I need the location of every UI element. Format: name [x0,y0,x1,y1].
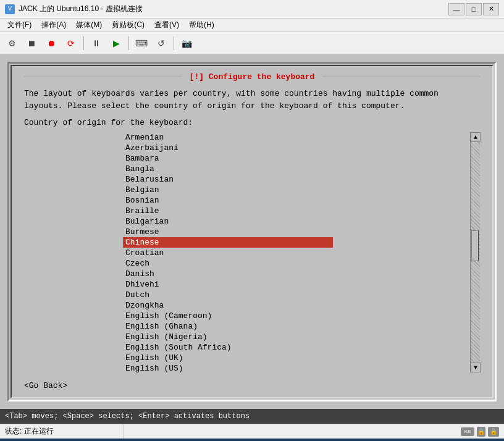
status-left: 状态: 正在运行 [0,424,124,439]
list-item[interactable]: English (UK) [123,353,470,363]
menu-media[interactable]: 媒体(M) [71,19,107,32]
go-back-button[interactable]: <Go Back> [24,381,67,390]
language-list-area: ArmenianAzerbaijaniBambaraBanglaBelarusi… [123,132,480,372]
list-item[interactable]: English (US) [123,363,470,372]
toolbar-separator-1 [83,36,84,50]
list-item[interactable]: Dutch [123,290,470,300]
list-item[interactable]: Dhivehi [123,279,470,290]
app-status-bar: 状态: 正在运行 KB 🔒 🔒 [0,424,504,439]
list-item[interactable]: Dzongkha [123,300,470,311]
scroll-thumb[interactable] [471,230,479,261]
list-item[interactable]: Croatian [123,248,470,258]
list-item[interactable]: Belarusian [123,174,470,185]
toolbar-btn-power[interactable]: ⏺ [42,35,61,52]
list-item[interactable]: Czech [123,258,470,269]
vm-status-bar: <Tab> moves; <Space> selects; <Enter> ac… [0,409,504,424]
toolbar-btn-send-ctrl[interactable]: ⌨ [132,35,151,52]
network-icon: 🔒 [488,427,499,437]
menu-action[interactable]: 操作(A) [36,19,71,32]
list-item[interactable]: Bambara [123,153,470,164]
list-item[interactable]: Danish [123,269,470,279]
menu-help[interactable]: 帮助(H) [184,19,219,32]
status-right: KB 🔒 🔒 [456,427,504,437]
title-bar: V JACK 上的 Ubuntu16.10 - 虚拟机连接 — □ ✕ [0,0,504,19]
list-item[interactable]: English (Nigeria) [123,332,470,342]
toolbar-btn-play[interactable]: ▶ [107,35,125,52]
list-item[interactable]: Bulgarian [123,216,470,227]
menu-bar: 文件(F) 操作(A) 媒体(M) 剪贴板(C) 查看(V) 帮助(H) [0,19,504,32]
toolbar-btn-1[interactable]: ⚙ [2,35,21,52]
vm-display-area: [!] Configure the keyboard The layout of… [0,54,504,409]
toolbar-separator-3 [174,36,174,50]
scroll-track [471,142,480,363]
list-item[interactable]: Azerbaijani [123,143,470,153]
scrollbar[interactable]: ▲ ▼ [470,132,480,372]
lock-icon: 🔒 [477,427,485,437]
list-item[interactable]: English (Ghana) [123,321,470,332]
menu-view[interactable]: 查看(V) [149,19,184,32]
minimize-button[interactable]: — [448,3,464,15]
list-item[interactable]: Braille [123,206,470,216]
close-button[interactable]: ✕ [483,3,499,15]
list-item[interactable]: English (Cameroon) [123,311,470,321]
window-controls: — □ ✕ [448,3,499,15]
scroll-up-button[interactable]: ▲ [471,132,481,142]
country-label: Country of origin for the keyboard: [24,118,480,127]
toolbar-btn-snapshot[interactable]: 📷 [177,35,196,52]
list-item[interactable]: Belgian [123,185,470,195]
description-text: The layout of keyboards varies per count… [24,88,480,112]
title-line-left [24,77,182,77]
list-item[interactable]: Armenian [123,132,470,143]
title-line-right [322,77,480,77]
toolbar-btn-reset[interactable]: ↺ [152,35,170,52]
menu-clipboard[interactable]: 剪贴板(C) [107,19,149,32]
toolbar: ⚙ ⏹ ⏺ ⟳ ⏸ ▶ ⌨ ↺ 📷 [0,32,504,54]
vm-status-text: <Tab> moves; <Space> selects; <Enter> ac… [5,412,250,421]
list-item[interactable]: English (South Africa) [123,342,470,353]
list-item[interactable]: Chinese [123,237,333,248]
scroll-down-button[interactable]: ▼ [471,363,481,372]
toolbar-btn-restart[interactable]: ⟳ [62,35,80,52]
dialog-title-row: [!] Configure the keyboard [24,72,480,82]
restore-button[interactable]: □ [466,3,482,15]
window-icon: V [5,4,15,14]
dialog-title: [!] Configure the keyboard [182,72,322,82]
status-value: 正在运行 [24,426,54,437]
window-title: JACK 上的 Ubuntu16.10 - 虚拟机连接 [19,4,448,14]
list-item[interactable]: Burmese [123,227,470,237]
toolbar-btn-pause[interactable]: ⏸ [87,35,106,52]
list-item[interactable]: Bosnian [123,195,470,206]
list-item[interactable]: Bangla [123,164,470,174]
keyboard-icon: KB [461,427,474,436]
language-list[interactable]: ArmenianAzerbaijaniBambaraBanglaBelarusi… [123,132,470,372]
menu-file[interactable]: 文件(F) [2,19,36,32]
toolbar-btn-stop[interactable]: ⏹ [22,35,41,52]
status-label: 状态: [5,426,22,437]
toolbar-separator-2 [128,36,129,50]
go-back-area: <Go Back> [24,372,480,391]
